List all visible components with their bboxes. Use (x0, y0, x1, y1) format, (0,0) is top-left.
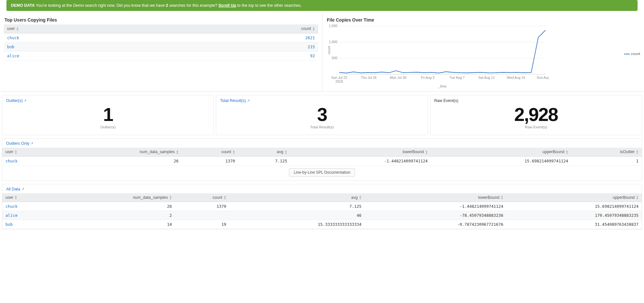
svg-text:1,500: 1,500 (329, 24, 337, 28)
svg-text:Sun Jul 22: Sun Jul 22 (331, 76, 347, 79)
chart-legend: count (624, 52, 640, 56)
col-lower[interactable]: lowerBound▲▼ (290, 148, 431, 156)
col-avg[interactable]: avg▲▼ (238, 148, 291, 156)
table-row[interactable]: chuck2621 (4, 33, 318, 42)
raw-events-value: 2,928 (434, 105, 638, 124)
table-row[interactable]: chuck2613707.125-1.44821409974112415.698… (2, 202, 642, 211)
count-value[interactable]: 2621 (305, 35, 315, 40)
external-link-icon: ↗ (22, 187, 24, 191)
svg-text:Fri Aug 3: Fri Aug 3 (421, 76, 434, 79)
scroll-up-link[interactable]: Scroll Up (218, 3, 236, 8)
svg-text:Tue Aug 7: Tue Aug 7 (449, 76, 465, 79)
col-count[interactable]: count▲▼ (155, 24, 318, 33)
outliers-value: 1 (6, 105, 210, 124)
sort-icon: ▲▼ (312, 27, 315, 31)
total-results-stat: Total Result(s)↗ 3 Total Result(s) (216, 95, 428, 135)
banner-demo: DEMO DATA (11, 3, 35, 8)
external-link-icon: ↗ (31, 142, 33, 145)
file-copies-title: File Copies Over Time (327, 17, 640, 23)
file-copies-chart: 5001,0001,500Sun Jul 222018Thu Jul 26Mon… (326, 24, 549, 89)
col-user[interactable]: user▲▼ (4, 24, 155, 33)
outliers-stat: Outlier(s)↗ 1 Outlier(s) (2, 95, 214, 135)
col-avg[interactable]: avg▲▼ (229, 193, 365, 202)
external-link-icon: ↗ (247, 99, 250, 102)
table-row[interactable]: chuck2613707.125-1.44821409974112415.698… (2, 156, 642, 165)
count-value[interactable]: 92 (310, 53, 315, 58)
demo-banner: DEMO DATA You're looking at the Demo sea… (6, 0, 638, 11)
all-data-table: user▲▼ num_data_samples▲▼ count▲▼ avg▲▼ … (2, 193, 642, 229)
col-user[interactable]: user▲▼ (2, 148, 54, 156)
svg-text:Mon Jul 30: Mon Jul 30 (390, 76, 407, 79)
all-data-link[interactable]: All Data↗ (2, 187, 642, 193)
external-link-icon: ↗ (24, 99, 26, 102)
col-upper[interactable]: upperBound▲▼ (506, 193, 642, 202)
svg-text:Sat Aug 11: Sat Aug 11 (478, 76, 495, 79)
svg-text:2018: 2018 (335, 79, 343, 83)
total-results-value: 3 (220, 105, 424, 124)
sort-icon: ▲▼ (16, 27, 19, 31)
user-link[interactable]: bob (7, 44, 14, 49)
user-link[interactable]: alice (7, 53, 19, 58)
raw-events-stat: Raw Event(s) 2,928 Raw Event(s) (430, 95, 642, 135)
svg-text:500: 500 (332, 56, 337, 60)
svg-text:Sun Aug 19: Sun Aug 19 (536, 76, 548, 79)
svg-text:count: count (327, 46, 331, 54)
outliers-only-section: Outliers Only↗ user▲▼ num_data_samples▲▼… (2, 138, 642, 181)
col-user[interactable]: user▲▼ (2, 193, 53, 202)
outliers-only-link[interactable]: Outliers Only↗ (2, 141, 642, 148)
table-row[interactable]: alice92 (4, 51, 318, 60)
col-count[interactable]: count▲▼ (182, 148, 238, 156)
file-copies-panel: File Copies Over Time 5001,0001,500Sun J… (322, 14, 644, 91)
raw-events-title: Raw Event(s) (434, 98, 638, 103)
top-users-panel: Top Users Copying Files user▲▼ count▲▼ c… (0, 14, 322, 91)
top-users-title: Top Users Copying Files (5, 17, 318, 23)
total-results-link[interactable]: Total Result(s)↗ (220, 98, 424, 103)
table-row[interactable]: bob215 (4, 42, 318, 51)
svg-text:Wed Aug 15: Wed Aug 15 (507, 76, 525, 79)
svg-text:1,000: 1,000 (329, 40, 337, 44)
count-value[interactable]: 215 (308, 44, 315, 49)
spl-doc-button[interactable]: Line-by-Line SPL Documentation (289, 168, 355, 177)
table-row[interactable]: alice246-78.45079348883236170.4507934888… (2, 211, 642, 220)
col-isoutlier[interactable]: isOutlier▲▼ (572, 148, 642, 156)
col-num-samples[interactable]: num_data_samples▲▼ (54, 148, 182, 156)
top-users-table: user▲▼ count▲▼ chuck2621bob215alice92 (4, 24, 318, 60)
outliers-link[interactable]: Outlier(s)↗ (6, 98, 210, 103)
col-upper[interactable]: upperBound▲▼ (431, 148, 572, 156)
legend-swatch-icon (624, 54, 630, 54)
col-count[interactable]: count▲▼ (175, 193, 229, 202)
all-data-section: All Data↗ user▲▼ num_data_samples▲▼ coun… (2, 184, 642, 230)
user-link[interactable]: chuck (7, 35, 19, 40)
col-num-samples[interactable]: num_data_samples▲▼ (53, 193, 175, 202)
outliers-only-table: user▲▼ num_data_samples▲▼ count▲▼ avg▲▼ … (2, 148, 642, 166)
table-row[interactable]: bob141915.333333333333334-0.787423096772… (2, 220, 642, 229)
svg-text:Thu Jul 26: Thu Jul 26 (360, 76, 376, 79)
col-lower[interactable]: lowerBound▲▼ (365, 193, 506, 202)
svg-text:_time: _time (438, 84, 447, 88)
